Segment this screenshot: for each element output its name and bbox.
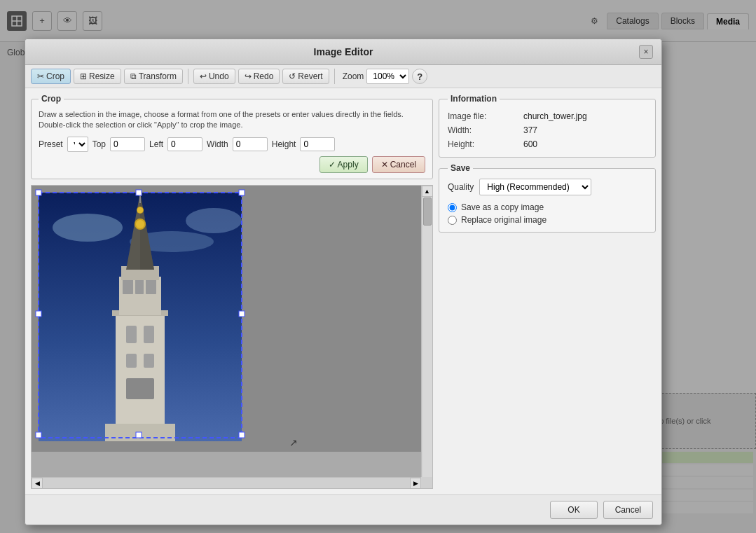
height-value: 600 — [523, 139, 537, 149]
crop-fields: Preset ▼ Top Left Width Height — [39, 137, 425, 152]
svg-rect-10 — [126, 326, 137, 343]
apply-check-icon: ✓ — [329, 160, 336, 169]
undo-label: Undo — [209, 71, 229, 81]
svg-rect-35 — [136, 190, 142, 195]
cancel-x-icon: ✕ — [381, 160, 388, 169]
image-file-value: church_tower.jpg — [523, 111, 587, 121]
quality-row: Quality High (Recommended) Medium Low — [448, 179, 647, 195]
toolbar-redo-btn[interactable]: ↪ Redo — [238, 69, 280, 84]
cancel-crop-button[interactable]: ✕ Cancel — [372, 156, 425, 173]
cancel-modal-button[interactable]: Cancel — [603, 501, 653, 519]
svg-rect-19 — [146, 279, 156, 294]
svg-rect-11 — [144, 326, 154, 343]
svg-point-24 — [136, 220, 144, 228]
svg-point-26 — [137, 207, 143, 213]
svg-rect-12 — [126, 354, 137, 368]
apply-label: Apply — [338, 160, 359, 169]
svg-rect-36 — [136, 432, 142, 438]
redo-label: Redo — [254, 71, 274, 81]
top-label: Top — [92, 139, 106, 149]
information-fieldset: Information Image file: church_tower.jpg… — [439, 94, 656, 158]
svg-rect-9 — [116, 312, 165, 441]
apply-button[interactable]: ✓ Apply — [319, 156, 368, 173]
image-file-key: Image file: — [448, 111, 518, 121]
zoom-label: Zoom — [343, 71, 364, 81]
toolbar-undo-btn[interactable]: ↩ Undo — [193, 69, 235, 84]
quality-select[interactable]: High (Recommended) Medium Low — [479, 179, 591, 195]
information-legend: Information — [448, 94, 500, 104]
scrollbar-horizontal[interactable]: ◀ ▶ — [32, 477, 421, 488]
quality-label: Quality — [448, 182, 474, 192]
preset-select[interactable]: ▼ — [67, 137, 88, 152]
save-legend: Save — [448, 163, 473, 173]
zoom-select[interactable]: 100% 50% 200% — [366, 69, 409, 84]
svg-rect-34 — [239, 432, 245, 438]
save-copy-radio[interactable] — [448, 203, 457, 212]
scroll-right-arrow[interactable]: ▶ — [410, 478, 421, 489]
scroll-corner — [421, 477, 432, 488]
replace-original-label[interactable]: Replace original image — [461, 215, 547, 225]
toolbar-resize-btn[interactable]: ⊞ Resize — [74, 69, 121, 84]
preset-label: Preset — [39, 139, 63, 149]
separator-2 — [334, 69, 335, 84]
width-input[interactable] — [233, 137, 268, 151]
modal-footer: OK Cancel — [25, 494, 661, 525]
image-container: ↗ — [32, 186, 432, 488]
resize-icon: ⊞ — [80, 71, 87, 81]
scroll-track-y — [422, 197, 432, 477]
svg-rect-32 — [239, 190, 245, 195]
cancel-crop-label: Cancel — [390, 160, 416, 169]
separator-1 — [188, 69, 188, 84]
save-fieldset: Save Quality High (Recommended) Medium L… — [439, 163, 656, 233]
crop-legend: Crop — [39, 94, 64, 104]
modal-body: Crop Draw a selection in the image, choo… — [25, 88, 661, 494]
svg-text:↗: ↗ — [289, 437, 298, 448]
right-panel: Information Image file: church_tower.jpg… — [439, 94, 656, 489]
save-copy-label[interactable]: Save as a copy image — [461, 202, 544, 212]
top-input[interactable] — [110, 137, 145, 151]
svg-rect-33 — [36, 432, 41, 438]
width-value: 377 — [523, 125, 537, 135]
svg-point-6 — [53, 214, 123, 242]
replace-original-row: Replace original image — [448, 214, 647, 226]
toolbar-revert-btn[interactable]: ↺ Revert — [282, 69, 329, 84]
svg-rect-18 — [135, 279, 144, 294]
height-label: Height — [272, 139, 296, 149]
image-canvas-area[interactable]: ↗ ▲ ▼ ◀ ▶ — [31, 185, 433, 489]
toolbar-crop-btn[interactable]: ✂ Crop — [31, 69, 71, 84]
svg-rect-37 — [36, 311, 41, 317]
crop-fieldset: Crop Draw a selection in the image, choo… — [31, 94, 433, 179]
crop-icon: ✂ — [37, 71, 44, 81]
height-input[interactable] — [300, 137, 335, 151]
width-key: Width: — [448, 125, 518, 135]
crop-buttons: ✓ Apply ✕ Cancel — [39, 156, 425, 173]
church-tower-image: ↗ — [32, 186, 424, 452]
crop-description: Draw a selection in the image, choose a … — [39, 109, 425, 131]
revert-icon: ↺ — [289, 71, 296, 81]
image-editor-modal: Image Editor × ✂ Crop ⊞ Resize ⧉ Transfo… — [25, 39, 662, 525]
scroll-thumb-y[interactable] — [423, 198, 432, 226]
svg-rect-31 — [36, 190, 41, 195]
redo-icon: ↪ — [245, 71, 252, 81]
save-copy-row: Save as a copy image — [448, 201, 647, 214]
left-label: Left — [149, 139, 163, 149]
height-key: Height: — [448, 139, 518, 149]
svg-rect-17 — [123, 279, 133, 294]
modal-title: Image Editor — [48, 46, 639, 57]
transform-label: Transform — [139, 71, 177, 81]
scroll-left-arrow[interactable]: ◀ — [32, 478, 43, 489]
info-image-file-row: Image file: church_tower.jpg — [448, 109, 647, 123]
toolbar-transform-btn[interactable]: ⧉ Transform — [124, 69, 183, 84]
replace-original-radio[interactable] — [448, 216, 457, 225]
modal-close-button[interactable]: × — [639, 45, 653, 59]
help-button[interactable]: ? — [412, 69, 427, 84]
scroll-up-arrow[interactable]: ▲ — [422, 186, 433, 197]
left-input[interactable] — [167, 137, 202, 151]
width-label: Width — [207, 139, 228, 149]
ok-button[interactable]: OK — [550, 501, 597, 519]
scrollbar-vertical[interactable]: ▲ ▼ — [421, 186, 432, 488]
info-height-row: Height: 600 — [448, 137, 647, 151]
left-panel: Crop Draw a selection in the image, choo… — [31, 94, 433, 489]
resize-label: Resize — [89, 71, 115, 81]
revert-label: Revert — [298, 71, 322, 81]
